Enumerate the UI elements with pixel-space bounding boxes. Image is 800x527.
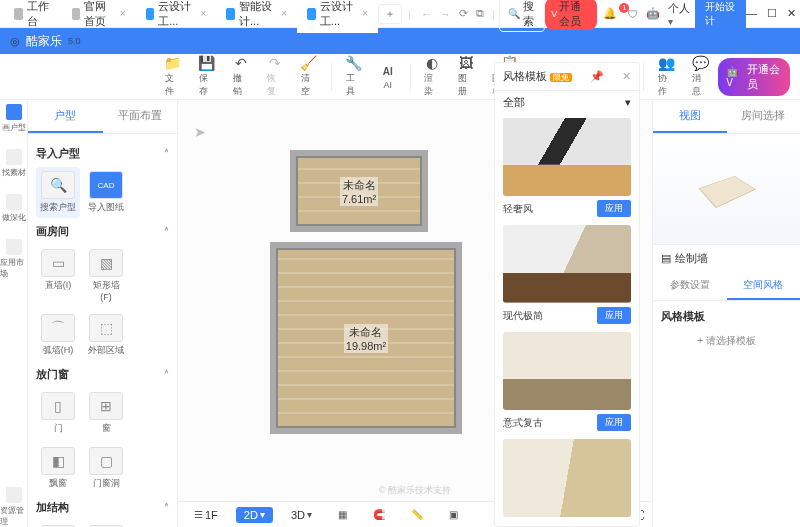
- snap-toggle[interactable]: 🧲: [365, 507, 393, 522]
- rail-market[interactable]: 应用市场: [0, 239, 27, 279]
- tb-collab[interactable]: 👥协作: [650, 53, 682, 100]
- title-search[interactable]: 🔍 搜索: [499, 0, 545, 32]
- rp-sub-params[interactable]: 参数设置: [653, 272, 727, 300]
- preview-3d[interactable]: [653, 134, 800, 244]
- item-straight-wall[interactable]: ▭直墙(I): [36, 245, 80, 306]
- close-icon[interactable]: ×: [281, 8, 287, 19]
- item-opening[interactable]: ▢门窗洞: [84, 443, 128, 494]
- style-thumb: [503, 332, 631, 410]
- chevron-down-icon: ▾: [625, 96, 631, 109]
- close-icon[interactable]: ×: [120, 8, 126, 19]
- toolbar-vip-button[interactable]: 🤖 V 开通会员: [718, 58, 790, 96]
- tb-save[interactable]: 💾保存: [191, 53, 223, 100]
- account-menu[interactable]: 个人 ▾: [664, 1, 695, 27]
- redo-icon: ↷: [267, 55, 283, 71]
- deepen-icon: [6, 194, 22, 210]
- sec-import-head[interactable]: 导入户型˄: [36, 146, 169, 161]
- clear-icon: 🧹: [301, 55, 317, 71]
- item-rect-wall[interactable]: ▧矩形墙(F): [84, 245, 128, 306]
- sp-title: 风格模板限免: [503, 69, 572, 84]
- ai-icon: AI: [380, 63, 396, 79]
- brand-logo-icon: ◎: [10, 35, 20, 48]
- room-2[interactable]: 未命名19.98m²: [270, 242, 462, 434]
- style-card-2[interactable]: 现代极简应用: [495, 221, 639, 328]
- close-icon[interactable]: ×: [201, 8, 207, 19]
- copy-icon[interactable]: ⧉: [472, 7, 488, 20]
- apply-button[interactable]: 应用: [597, 307, 631, 324]
- tb-file[interactable]: 📁文件: [157, 53, 189, 100]
- item-column[interactable]: ▬柱子: [36, 521, 80, 527]
- new-tab-button[interactable]: ＋: [378, 4, 402, 24]
- tb-clear[interactable]: 🧹清空: [293, 53, 325, 100]
- style-card-3[interactable]: 意式复古应用: [495, 328, 639, 435]
- mode-3d[interactable]: 3D ▾: [283, 507, 320, 523]
- tab-homepage[interactable]: 官网首页×: [62, 0, 136, 33]
- item-bay-window[interactable]: ◧飘窗: [36, 443, 80, 494]
- style-card-4[interactable]: [495, 435, 639, 521]
- bell-icon[interactable]: 🔔: [597, 7, 623, 20]
- tab-cloud-2[interactable]: 云设计工...×: [297, 0, 378, 33]
- style-card-1[interactable]: 轻奢风应用: [495, 114, 639, 221]
- message-icon: 💬: [692, 55, 708, 71]
- tb-album[interactable]: 🖼图册: [450, 53, 482, 100]
- window-max-icon[interactable]: ☐: [767, 7, 777, 20]
- rp-tab-rooms[interactable]: 房间选择: [727, 100, 801, 133]
- item-window[interactable]: ⊞窗: [84, 388, 128, 439]
- chevron-up-icon: ˄: [164, 226, 169, 237]
- close-icon[interactable]: ✕: [622, 70, 631, 83]
- rail-resource[interactable]: 资源管理: [0, 487, 27, 527]
- refresh-icon[interactable]: ⟳: [455, 7, 472, 20]
- mode-2d[interactable]: 2D ▾: [236, 507, 273, 523]
- floor-selector[interactable]: ☰ 1F: [186, 507, 226, 523]
- tb-tools[interactable]: 🔧工具: [338, 53, 370, 100]
- tb-messages[interactable]: 💬消息: [684, 53, 716, 100]
- chevron-up-icon: ˄: [164, 369, 169, 380]
- rp-template-head: 风格模板: [661, 309, 792, 324]
- tab-smart[interactable]: 智能设计...×: [216, 0, 297, 33]
- start-design-button[interactable]: 开始设计: [695, 0, 746, 31]
- main-toolbar: 📁文件 💾保存 ↶撤销 ↷恢复 🧹清空 🔧工具 AIAI ◐渲染 🖼图册 📋图纸…: [0, 54, 800, 100]
- nav-back-icon[interactable]: ←: [417, 8, 436, 20]
- tb-render[interactable]: ◐渲染: [416, 53, 448, 100]
- item-import-cad[interactable]: CAD导入图纸: [84, 167, 128, 218]
- apply-button[interactable]: 应用: [597, 414, 631, 431]
- lp-tab-layout[interactable]: 平面布置: [103, 100, 178, 133]
- vip-pill[interactable]: V 开通会员: [545, 0, 597, 30]
- item-search-floorplan[interactable]: 🔍搜索户型: [36, 167, 80, 218]
- pin-icon[interactable]: 📌: [590, 70, 604, 83]
- tab-workbench[interactable]: 工作台: [4, 0, 62, 33]
- rail-materials[interactable]: 找素材: [2, 149, 26, 178]
- sec-drawroom-head[interactable]: 画房间˄: [36, 224, 169, 239]
- robot-icon[interactable]: 🤖: [642, 7, 664, 20]
- apply-button[interactable]: 应用: [597, 200, 631, 217]
- window-min-icon[interactable]: —: [746, 7, 757, 20]
- left-panel: 户型 平面布置 导入户型˄ 🔍搜索户型 CAD导入图纸 画房间˄ ▭直墙(I) …: [28, 100, 178, 527]
- nav-fwd-icon[interactable]: →: [436, 8, 455, 20]
- album-icon: 🖼: [458, 55, 474, 71]
- add-template-button[interactable]: + 请选择模板: [661, 324, 792, 358]
- tb-undo[interactable]: ↶撤销: [225, 53, 257, 100]
- tool-icon: 🔧: [346, 55, 362, 71]
- item-outer-area[interactable]: ⬚外部区域: [84, 310, 128, 361]
- grid-toggle[interactable]: ▦: [330, 507, 355, 522]
- tb-redo[interactable]: ↷恢复: [259, 53, 291, 100]
- rail-floorplan[interactable]: 画户型: [2, 104, 26, 133]
- fit-button[interactable]: ▣: [441, 507, 466, 522]
- sec-doorwin-head[interactable]: 放门窗˄: [36, 367, 169, 382]
- room-1[interactable]: 未命名7.61m²: [290, 150, 428, 232]
- rail-deepen[interactable]: 做深化: [2, 194, 26, 223]
- resource-icon: [6, 487, 22, 503]
- window-close-icon[interactable]: ✕: [787, 7, 796, 20]
- item-beam[interactable]: ▱梁: [84, 521, 128, 527]
- rp-sub-style[interactable]: 空间风格: [727, 272, 801, 300]
- sec-structure-head[interactable]: 加结构˄: [36, 500, 169, 515]
- item-arc-wall[interactable]: ⌒弧墙(H): [36, 310, 80, 361]
- tb-ai[interactable]: AIAI: [372, 61, 404, 92]
- item-door[interactable]: ▯门: [36, 388, 80, 439]
- tab-cloud-1[interactable]: 云设计工...×: [136, 0, 217, 33]
- rp-tab-view[interactable]: 视图: [653, 100, 727, 133]
- ruler-toggle[interactable]: 📏: [403, 507, 431, 522]
- lp-tab-floorplan[interactable]: 户型: [28, 100, 103, 133]
- sp-filter[interactable]: 全部▾: [495, 91, 639, 114]
- close-icon[interactable]: ×: [362, 8, 368, 19]
